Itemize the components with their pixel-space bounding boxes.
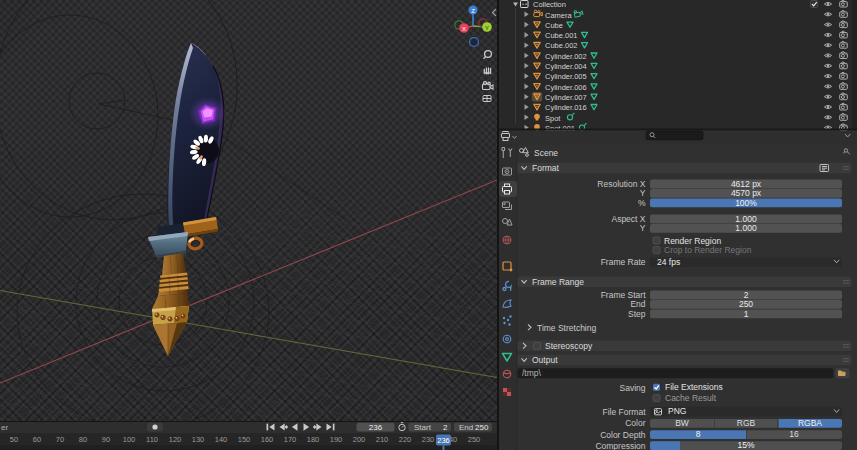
svg-text:60: 60 (33, 435, 41, 444)
svg-text:236: 236 (369, 423, 383, 432)
svg-text:250: 250 (475, 423, 489, 432)
svg-text:Time Stretching: Time Stretching (537, 323, 596, 333)
svg-text:200: 200 (353, 435, 366, 444)
svg-text:Output: Output (532, 355, 558, 365)
svg-text:150: 150 (238, 435, 251, 444)
svg-text:180: 180 (307, 435, 320, 444)
svg-text:236: 236 (437, 436, 450, 445)
svg-text:230: 230 (422, 435, 435, 444)
svg-text:Saving: Saving (620, 383, 646, 393)
svg-text:Color: Color (625, 418, 645, 428)
svg-text:Cube.001: Cube.001 (545, 31, 578, 40)
svg-text:2: 2 (443, 423, 448, 432)
svg-text:120: 120 (169, 435, 182, 444)
svg-text:PNG: PNG (668, 406, 686, 416)
svg-text:24 fps: 24 fps (657, 257, 680, 267)
svg-text:Stereoscopy: Stereoscopy (545, 341, 593, 351)
svg-text:Format: Format (532, 163, 560, 173)
svg-text:Y: Y (640, 223, 646, 233)
svg-text:Cache Result: Cache Result (665, 393, 717, 403)
svg-text:Step: Step (628, 309, 646, 319)
svg-text:Cylinder.007: Cylinder.007 (545, 93, 587, 102)
svg-text:Cylinder.006: Cylinder.006 (545, 83, 587, 92)
svg-text:Y: Y (485, 25, 489, 31)
svg-text:File Format: File Format (603, 407, 647, 417)
svg-text:1.000: 1.000 (735, 223, 757, 233)
svg-text:250: 250 (468, 435, 481, 444)
svg-text:16: 16 (789, 429, 799, 439)
svg-text:Cylinder.005: Cylinder.005 (545, 72, 587, 81)
svg-text:Render Region: Render Region (664, 236, 721, 246)
svg-text:190: 190 (330, 435, 343, 444)
svg-text:File Extensions: File Extensions (665, 382, 723, 392)
svg-text:8: 8 (696, 429, 701, 439)
svg-text:Camera: Camera (545, 11, 573, 20)
svg-text:70: 70 (56, 435, 64, 444)
svg-text:/tmp\: /tmp\ (522, 368, 542, 378)
svg-text:Cube.002: Cube.002 (545, 41, 578, 50)
svg-text:130: 130 (192, 435, 205, 444)
svg-text:100: 100 (123, 435, 136, 444)
svg-text:Frame Range: Frame Range (532, 277, 584, 287)
svg-text:er: er (1, 423, 8, 432)
svg-text:100%: 100% (735, 198, 757, 208)
svg-text:Cube: Cube (545, 21, 563, 30)
svg-text:BW: BW (675, 418, 689, 428)
svg-text:Spot: Spot (545, 114, 561, 123)
svg-text:1: 1 (744, 309, 749, 319)
svg-text:RGB: RGB (737, 418, 756, 428)
svg-text:140: 140 (215, 435, 228, 444)
svg-text:90: 90 (102, 435, 110, 444)
svg-text:110: 110 (146, 435, 158, 444)
svg-text:End: End (459, 423, 473, 432)
svg-text:Cylinder.004: Cylinder.004 (545, 62, 587, 71)
svg-text:Crop to Render Region: Crop to Render Region (664, 245, 752, 255)
svg-text:Compression: Compression (595, 441, 645, 450)
svg-text:Frame Rate: Frame Rate (601, 257, 646, 267)
svg-text:220: 220 (399, 435, 412, 444)
svg-text:%: % (638, 198, 646, 208)
svg-text:Collection: Collection (533, 0, 566, 9)
svg-text:80: 80 (79, 435, 87, 444)
svg-text:Color Depth: Color Depth (600, 430, 646, 440)
svg-text:170: 170 (284, 435, 297, 444)
svg-text:X: X (462, 26, 466, 32)
svg-text:Z: Z (471, 8, 475, 14)
svg-text:15%: 15% (737, 440, 754, 450)
svg-text:160: 160 (261, 435, 274, 444)
svg-text:50: 50 (10, 435, 18, 444)
svg-text:RGBA: RGBA (798, 418, 822, 428)
svg-text:Cylinder.002: Cylinder.002 (545, 52, 587, 61)
svg-text:210: 210 (376, 435, 389, 444)
svg-text:Resolution X: Resolution X (597, 179, 646, 189)
svg-text:Scene: Scene (534, 148, 558, 158)
svg-text:Start: Start (414, 423, 432, 432)
svg-text:Cylinder.016: Cylinder.016 (545, 103, 587, 112)
